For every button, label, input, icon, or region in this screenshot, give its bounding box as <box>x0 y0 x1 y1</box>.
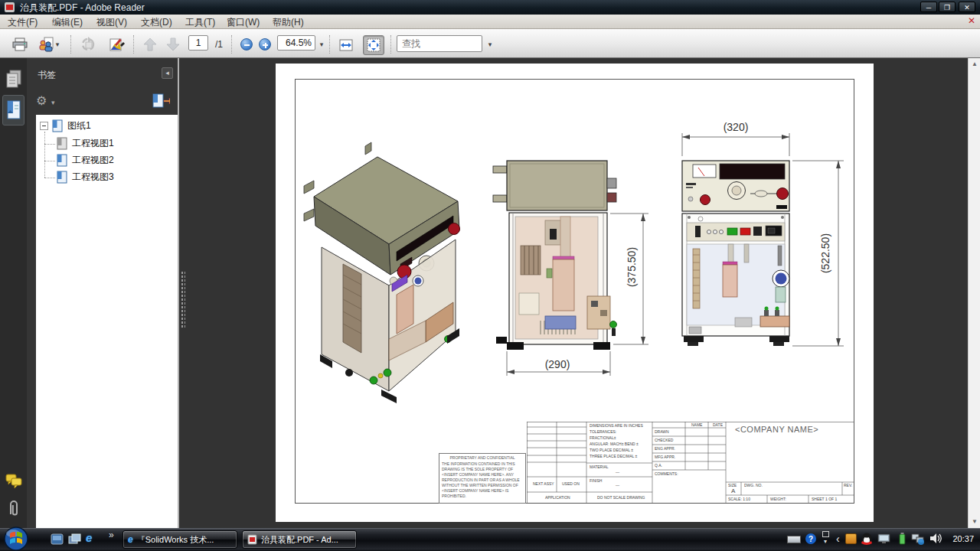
bookmark-view3[interactable]: 工程视图3 <box>57 171 114 184</box>
tb-mfg-appr: MFG APPR. <box>655 455 675 459</box>
zoom-level-value[interactable]: 64.5% <box>277 35 315 51</box>
zoom-out-button[interactable] <box>239 35 254 54</box>
speaker-tray-icon[interactable] <box>929 533 942 544</box>
menu-document[interactable]: 文档(D) <box>141 16 172 29</box>
show-desktop-icon[interactable] <box>51 533 64 546</box>
task-label: 治具装配.PDF - Ad... <box>261 534 338 546</box>
update-tray-icon[interactable] <box>845 533 857 544</box>
tb-rev-label: REV. <box>844 484 852 487</box>
collapse-panel-button[interactable]: ◂ <box>162 67 173 79</box>
navigation-pane-strip <box>0 58 27 528</box>
internet-explorer-icon: e <box>128 534 133 546</box>
zoom-in-icon <box>259 38 271 51</box>
restore-button[interactable]: ❐ <box>939 2 956 12</box>
tb-drawn: DRAWN <box>655 430 669 434</box>
quick-launch-overflow-icon[interactable]: » <box>109 530 114 540</box>
tray-dropdown-icon[interactable]: ▾ <box>824 538 827 545</box>
tb-material-value: — <box>616 471 619 474</box>
menu-view[interactable]: 视图(V) <box>96 16 127 29</box>
bookmark-root-sheet1[interactable]: 图纸1 <box>40 119 91 132</box>
minimize-button[interactable]: ─ <box>920 2 937 12</box>
tb-angular: ANGULAR: MACH± BEND ± <box>590 442 639 446</box>
arrow-up-icon <box>142 37 158 52</box>
menu-tools[interactable]: 工具(T) <box>185 16 215 29</box>
comments-icon <box>5 473 23 490</box>
keyboard-tray-icon[interactable] <box>787 536 801 543</box>
isometric-view <box>304 142 460 403</box>
battery-tray-icon[interactable] <box>897 532 906 545</box>
menu-file[interactable]: 文件(F) <box>8 16 38 29</box>
collaborate-dropdown-icon[interactable]: ▾ <box>56 41 60 48</box>
tb-no-scale: DO NOT SCALE DRAWING <box>597 496 645 500</box>
tb-fractional: FRACTIONAL± <box>590 436 616 440</box>
tb-dwg-no-label: DWG. NO. <box>744 484 763 487</box>
options-dropdown-icon[interactable]: ▾ <box>51 99 55 106</box>
bookmarks-toolbar: ⚙ ▾ <box>27 90 178 115</box>
bookmark-label[interactable]: 工程视图1 <box>72 137 114 150</box>
bookmark-view2[interactable]: 工程视图2 <box>57 154 114 167</box>
zoom-dropdown-icon[interactable]: ▾ <box>317 35 326 54</box>
tb-next-assy: NEXT ASSY <box>533 482 554 486</box>
bookmark-label[interactable]: 工程视图2 <box>72 154 114 167</box>
find-input[interactable] <box>397 35 482 52</box>
panel-splitter[interactable] <box>178 58 188 528</box>
task-pdf-window[interactable]: 治具装配.PDF - Ad... <box>242 530 357 549</box>
monitor-tray-icon[interactable] <box>877 533 891 545</box>
help-tray-icon[interactable]: ? <box>805 533 816 544</box>
menu-window[interactable]: 窗口(W) <box>227 16 260 29</box>
printer-icon <box>11 37 28 52</box>
tb-weight: WEIGHT: <box>770 497 786 501</box>
bookmark-label[interactable]: 图纸1 <box>67 119 91 132</box>
pdf-page[interactable]: (320) (522.50) (375.50) (290) <box>276 64 874 522</box>
task-solidworks-window[interactable]: e 『SolidWorks 技术... <box>122 530 237 549</box>
bookmarks-panel-title: 书签 <box>38 69 56 82</box>
menu-edit[interactable]: 编辑(E) <box>52 16 83 29</box>
print-button[interactable] <box>9 35 31 54</box>
internet-explorer-icon[interactable]: e <box>86 532 92 543</box>
splitter-grip[interactable] <box>181 271 185 329</box>
tb-three-place: THREE PLACE DECIMAL ± <box>590 455 637 458</box>
vertical-scrollbar[interactable]: ▲ ▼ <box>968 58 980 528</box>
menu-bar: 文件(F) 编辑(E) 视图(V) 文档(D) 工具(T) 窗口(W) 帮助(H… <box>0 15 980 29</box>
bookmark-view1[interactable]: 工程视图1 <box>57 137 114 150</box>
bookmarks-panel-header: 书签 ◂ <box>27 58 178 90</box>
main-toolbar: ▾ <box>0 29 980 58</box>
title-bar: 治具装配.PDF - Adobe Reader ─ ❐ ✕ <box>0 0 980 15</box>
scroll-up-icon[interactable]: ▲ <box>969 58 980 70</box>
close-document-icon[interactable]: ✕ <box>968 15 975 26</box>
expand-current-bookmark-icon[interactable] <box>152 93 170 109</box>
fit-width-icon <box>338 38 354 52</box>
collaborate-icon <box>38 37 56 52</box>
qq-tray-icon[interactable] <box>861 533 873 546</box>
window-tray-icon[interactable] <box>822 531 829 537</box>
network-tray-icon[interactable] <box>911 533 925 545</box>
pages-panel-button[interactable] <box>2 66 24 92</box>
tb-dims-note: DIMENSIONS ARE IN INCHES <box>590 424 643 428</box>
zoom-in-button[interactable] <box>257 35 273 54</box>
start-button[interactable] <box>2 525 30 551</box>
tray-chevron-icon[interactable]: ‹ <box>836 533 840 545</box>
fit-page-button[interactable] <box>363 35 384 55</box>
tb-date-col: DATE <box>713 423 723 427</box>
pdf-file-icon <box>247 534 257 545</box>
fit-width-button[interactable] <box>335 35 357 55</box>
find-dropdown-icon[interactable]: ▾ <box>485 35 495 54</box>
title-block-grid <box>527 422 854 504</box>
page-number-input[interactable] <box>188 35 208 51</box>
switch-windows-icon[interactable] <box>67 533 81 546</box>
options-gear-icon[interactable]: ⚙ <box>36 93 47 108</box>
collaborate-button[interactable]: ▾ <box>34 35 63 54</box>
sign-button[interactable] <box>106 35 129 54</box>
tree-connector <box>44 132 45 178</box>
upload-documents-button-disabled <box>77 35 100 54</box>
bookmarks-icon <box>5 99 22 121</box>
collapse-expander[interactable] <box>40 122 48 130</box>
menu-help[interactable]: 帮助(H) <box>273 16 304 29</box>
comments-panel-button[interactable] <box>2 468 24 494</box>
bookmark-label[interactable]: 工程视图3 <box>72 171 114 184</box>
bookmarks-panel-button[interactable] <box>2 95 24 126</box>
close-button[interactable]: ✕ <box>959 2 975 12</box>
attachments-panel-button[interactable] <box>2 496 24 522</box>
scroll-down-icon[interactable]: ▼ <box>969 516 980 528</box>
proprietary-body: THE INFORMATION CONTAINED IN THIS DRAWIN… <box>442 461 523 499</box>
